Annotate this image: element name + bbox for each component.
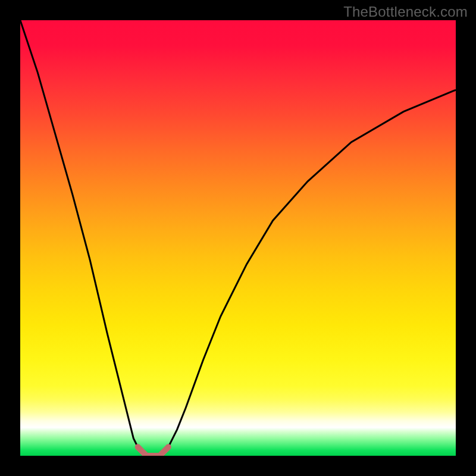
watermark-text: TheBottleneck.com bbox=[343, 4, 468, 20]
chart-frame: TheBottleneck.com bbox=[0, 0, 476, 476]
series-optimum-marker bbox=[138, 447, 168, 456]
chart-svg bbox=[20, 20, 456, 456]
series-bottleneck-curve bbox=[20, 20, 456, 456]
plot-area bbox=[20, 20, 456, 456]
